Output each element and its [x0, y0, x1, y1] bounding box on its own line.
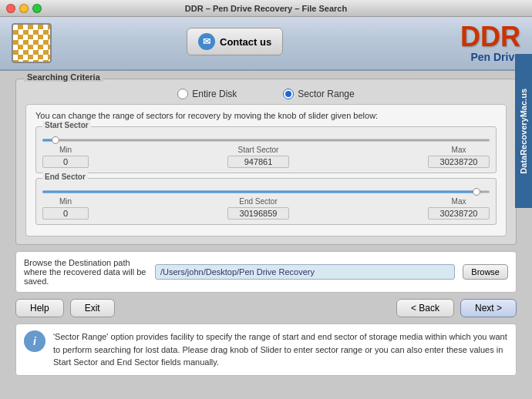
end-sector-slider[interactable] — [42, 188, 490, 196]
sector-panel: You can change the range of sectors for … — [25, 104, 507, 236]
info-text: 'Sector Range' option provides facility … — [53, 330, 508, 369]
minimize-button[interactable] — [19, 4, 29, 13]
end-slider-fill — [42, 191, 476, 193]
exit-button[interactable]: Exit — [70, 299, 115, 317]
destination-path-input[interactable] — [155, 264, 455, 280]
title-bar: DDR – Pen Drive Recovery – File Search — [0, 0, 532, 17]
entire-disk-option[interactable]: Entire Disk — [177, 89, 237, 99]
contact-button[interactable]: ✉ Contact us — [187, 28, 283, 55]
side-label: DataRecoveryMac.us — [515, 54, 532, 208]
criteria-title: Searching Criteria — [24, 72, 103, 82]
logo-icon — [12, 23, 52, 63]
maximize-button[interactable] — [32, 4, 42, 13]
contact-icon: ✉ — [198, 33, 215, 50]
sector-range-radio[interactable] — [283, 89, 294, 99]
end-sector-input[interactable] — [227, 207, 289, 220]
main-content: Searching Criteria Entire Disk Sector Ra… — [0, 71, 532, 384]
end-sector-fields: Min End Sector Max — [42, 197, 490, 220]
start-center-group: Start Sector — [227, 146, 289, 168]
destination-row: Browse the Destination path where the re… — [15, 251, 517, 293]
header: ✉ Contact us DDR Pen Drive — [0, 17, 532, 71]
window-title: DDR – Pen Drive Recovery – File Search — [185, 4, 347, 13]
help-button[interactable]: Help — [15, 299, 64, 317]
entire-disk-radio[interactable] — [177, 89, 188, 99]
end-max-group: Max — [428, 197, 490, 220]
sector-range-option[interactable]: Sector Range — [283, 89, 354, 99]
back-button[interactable]: < Back — [396, 299, 454, 317]
end-min-group: Min — [42, 197, 89, 220]
start-slider-bar — [42, 139, 490, 142]
ddr-logo: DDR Pen Drive — [460, 23, 520, 63]
button-row: Help Exit < Back Next > — [15, 299, 517, 317]
next-button[interactable]: Next > — [460, 299, 517, 317]
info-icon: i — [24, 330, 45, 352]
end-center-group: End Sector — [227, 197, 289, 220]
end-max-input[interactable] — [428, 207, 490, 220]
info-box: i 'Sector Range' option provides facilit… — [15, 324, 517, 376]
end-sector-group: End Sector Min End Sector — [35, 178, 497, 225]
start-max-group: Max — [428, 146, 490, 168]
start-max-input[interactable] — [428, 156, 490, 168]
end-slider-knob[interactable] — [473, 188, 480, 196]
window-controls[interactable] — [6, 4, 42, 13]
radio-row: Entire Disk Sector Range — [25, 89, 507, 99]
browse-button[interactable]: Browse — [463, 264, 508, 280]
criteria-box: Searching Criteria Entire Disk Sector Ra… — [15, 79, 517, 245]
start-min-group: Min — [42, 146, 89, 168]
start-slider-knob[interactable] — [52, 136, 59, 144]
start-sector-group: Start Sector Min Start Sector — [35, 126, 497, 173]
start-sector-fields: Min Start Sector Max — [42, 146, 490, 168]
close-button[interactable] — [6, 4, 15, 13]
start-sector-slider[interactable] — [42, 136, 490, 144]
start-sector-input[interactable] — [227, 156, 289, 168]
end-min-input[interactable] — [42, 207, 89, 220]
start-min-input[interactable] — [42, 156, 89, 168]
